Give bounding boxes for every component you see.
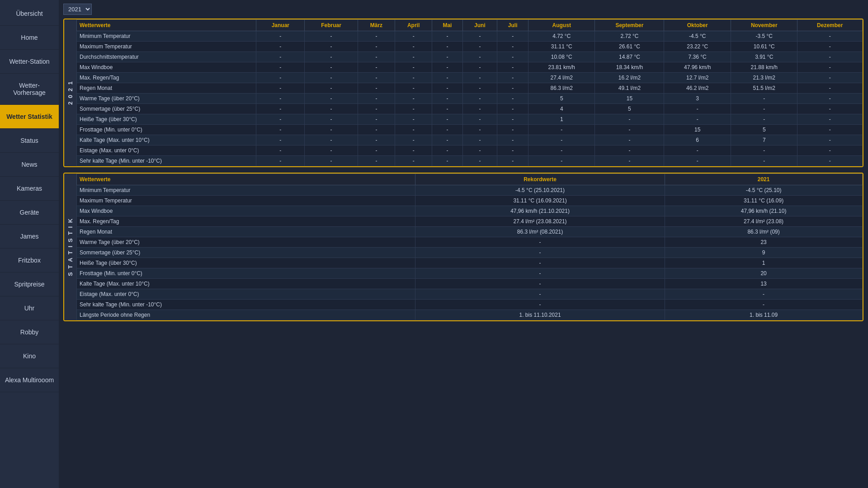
table1-cell-10-5: - bbox=[432, 135, 462, 145]
table2-cell-12-2: 1. bis 11.09 bbox=[665, 310, 863, 320]
table1-cell-4-0: Max. Regen/Tag bbox=[77, 73, 256, 83]
table1-cell-7-4: - bbox=[395, 104, 432, 114]
table1-cell-2-4: - bbox=[395, 52, 432, 62]
table1-cell-5-3: - bbox=[358, 83, 395, 94]
table2-cell-10-1: - bbox=[415, 289, 665, 300]
table1-cell-7-7: - bbox=[497, 104, 528, 114]
table1-cell-4-1: - bbox=[256, 73, 305, 83]
table2-cell-5-0: Warme Tage (über 20°C) bbox=[77, 237, 415, 248]
table1-cell-5-4: - bbox=[395, 83, 432, 94]
table1-cell-6-2: - bbox=[305, 94, 358, 104]
table2-cell-6-2: 9 bbox=[665, 248, 863, 258]
table1-cell-4-7: - bbox=[497, 73, 528, 83]
table2: WetterwerteRekordwerte2021 Minimum Tempe… bbox=[76, 174, 863, 320]
table1-cell-7-10: - bbox=[664, 104, 731, 114]
sidebar-item-home[interactable]: Home bbox=[0, 26, 59, 50]
table1-cell-0-8: 4.72 °C bbox=[528, 31, 595, 42]
table1-cell-9-6: - bbox=[462, 125, 497, 135]
table1-header-3: März bbox=[358, 20, 395, 31]
table2-cell-6-0: Sommertage (über 25°C) bbox=[77, 248, 415, 258]
table2-row: Längste Periode ohne Regen1. bis 11.10.2… bbox=[77, 310, 863, 320]
table2-row: Regen Monat86.3 l/m² (08.2021)86.3 l/m² … bbox=[77, 227, 863, 237]
table1-row: Sommertage (über 25°C)-------45--- bbox=[77, 104, 863, 114]
sidebar-item-spritpreise[interactable]: Spritpreise bbox=[0, 272, 59, 296]
table1-cell-1-11: 10.61 °C bbox=[731, 42, 797, 52]
sidebar: ÜbersichtHomeWetter-StationWetter- Vorhe… bbox=[0, 0, 59, 488]
table1-row: Heiße Tage (über 30°C)-------1---- bbox=[77, 114, 863, 125]
table1-cell-6-11: - bbox=[731, 94, 797, 104]
table1-cell-2-2: - bbox=[305, 52, 358, 62]
table1-header-10: Oktober bbox=[664, 20, 731, 31]
sidebar-item-news[interactable]: News bbox=[0, 153, 59, 177]
sidebar-item-kino[interactable]: Kino bbox=[0, 344, 59, 368]
table2-row: Heiße Tage (über 30°C)-1 bbox=[77, 258, 863, 268]
year-select[interactable]: 2021202020192018 bbox=[63, 4, 92, 15]
table1-cell-8-6: - bbox=[462, 114, 497, 125]
table1-cell-0-9: 2.72 °C bbox=[595, 31, 664, 42]
table2-cell-9-0: Kalte Tage (Max. unter 10°C) bbox=[77, 279, 415, 289]
table1-cell-5-2: - bbox=[305, 83, 358, 94]
table1-cell-4-2: - bbox=[305, 73, 358, 83]
table1-cell-0-11: -3.5 °C bbox=[731, 31, 797, 42]
sidebar-item-alexa-multirooom[interactable]: Alexa Multirooom bbox=[0, 368, 59, 392]
table1-cell-8-3: - bbox=[358, 114, 395, 125]
sidebar-item-wetter-statistik[interactable]: Wetter Statistik bbox=[0, 105, 59, 129]
table1-cell-3-9: 18.34 km/h bbox=[595, 62, 664, 73]
table1-cell-12-10: - bbox=[664, 156, 731, 166]
sidebar-item-wetter--vorhersage[interactable]: Wetter- Vorhersage bbox=[0, 74, 59, 105]
table1-cell-2-3: - bbox=[358, 52, 395, 62]
table1-header-5: Mai bbox=[432, 20, 462, 31]
sidebar-item-kameras[interactable]: Kameras bbox=[0, 177, 59, 201]
table1-cell-6-9: 15 bbox=[595, 94, 664, 104]
table1-cell-3-5: - bbox=[432, 62, 462, 73]
table1-cell-2-9: 14.87 °C bbox=[595, 52, 664, 62]
table1-cell-9-2: - bbox=[305, 125, 358, 135]
table1-cell-9-1: - bbox=[256, 125, 305, 135]
table1-cell-10-7: - bbox=[497, 135, 528, 145]
table1-row: Eistage (Max. unter 0°C)------------ bbox=[77, 145, 863, 156]
sidebar-item-übersicht[interactable]: Übersicht bbox=[0, 2, 59, 26]
table2-wrapper: WetterwerteRekordwerte2021 Minimum Tempe… bbox=[76, 174, 863, 320]
sidebar-item-uhr[interactable]: Uhr bbox=[0, 296, 59, 320]
sidebar-item-fritzbox[interactable]: Fritzbox bbox=[0, 249, 59, 272]
table2-container: S T A T I S T I K WetterwerteRekordwerte… bbox=[63, 173, 863, 321]
table1-cell-3-1: - bbox=[256, 62, 305, 73]
table1-row: Max Windboe-------23.81 km/h18.34 km/h47… bbox=[77, 62, 863, 73]
table1-cell-12-8: - bbox=[528, 156, 595, 166]
table2-row: Minimum Temperatur-4.5 °C (25.10.2021)-4… bbox=[77, 185, 863, 196]
sidebar-item-geräte[interactable]: Geräte bbox=[0, 201, 59, 225]
table2-cell-8-2: 20 bbox=[665, 268, 863, 279]
table1-cell-7-12: - bbox=[797, 104, 863, 114]
table1-cell-0-3: - bbox=[358, 31, 395, 42]
sidebar-item-status[interactable]: Status bbox=[0, 129, 59, 153]
table1-cell-1-7: - bbox=[497, 42, 528, 52]
table1-cell-6-4: - bbox=[395, 94, 432, 104]
table2-cell-2-2: 47,96 km/h (21.10) bbox=[665, 206, 863, 216]
table1-cell-2-12: - bbox=[797, 52, 863, 62]
table1-cell-9-0: Frosttage (Min. unter 0°C) bbox=[77, 125, 256, 135]
table1-cell-5-9: 49.1 l/m2 bbox=[595, 83, 664, 94]
table1-header-0: Wetterwerte bbox=[77, 20, 256, 31]
table1-cell-6-6: - bbox=[462, 94, 497, 104]
table1-cell-12-12: - bbox=[797, 156, 863, 166]
table1-cell-5-11: 51.5 l/m2 bbox=[731, 83, 797, 94]
table1-cell-8-7: - bbox=[497, 114, 528, 125]
table1-cell-3-0: Max Windboe bbox=[77, 62, 256, 73]
sidebar-item-robby[interactable]: Robby bbox=[0, 320, 59, 344]
table1-header-12: Dezember bbox=[797, 20, 863, 31]
table1-row: Max. Regen/Tag-------27.4 l/m216.2 l/m21… bbox=[77, 73, 863, 83]
table1-cell-6-5: - bbox=[432, 94, 462, 104]
table1-cell-4-5: - bbox=[432, 73, 462, 83]
table1-cell-1-8: 31.11 °C bbox=[528, 42, 595, 52]
table1-cell-11-6: - bbox=[462, 145, 497, 156]
table1-cell-9-11: 5 bbox=[731, 125, 797, 135]
sidebar-item-wetter-station[interactable]: Wetter-Station bbox=[0, 50, 59, 74]
table1-cell-4-3: - bbox=[358, 73, 395, 83]
table1-cell-6-3: - bbox=[358, 94, 395, 104]
table1-cell-3-8: 23.81 km/h bbox=[528, 62, 595, 73]
table1-cell-7-8: 4 bbox=[528, 104, 595, 114]
table1-cell-8-2: - bbox=[305, 114, 358, 125]
table1-row: Durchschnittstemperatur-------10.08 °C14… bbox=[77, 52, 863, 62]
sidebar-item-james[interactable]: James bbox=[0, 225, 59, 249]
table1-cell-10-1: - bbox=[256, 135, 305, 145]
